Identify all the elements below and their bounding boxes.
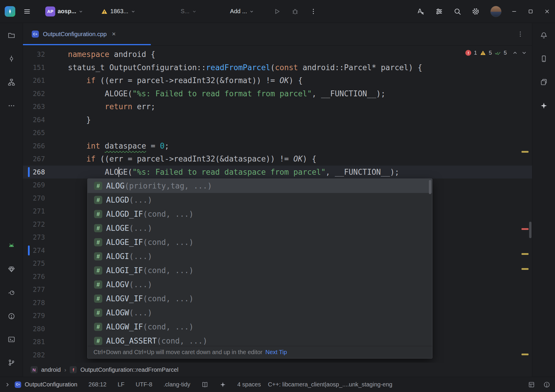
branch-widget[interactable]: 1863... <box>98 6 138 17</box>
inspections-widget[interactable]: ! 1 5 5 <box>465 50 527 56</box>
previous-problem-button[interactable] <box>512 50 518 56</box>
code-line[interactable]: 267 if ((err = parcel->readInt32(&datasp… <box>23 152 532 166</box>
code-line[interactable]: 268 ALOGE("%s: Failed to read dataspace … <box>23 166 532 179</box>
line-number[interactable]: 261 <box>23 74 45 87</box>
ai-assist-button[interactable] <box>220 381 226 388</box>
tune-filter-button[interactable] <box>433 5 446 18</box>
line-number[interactable]: 275 <box>23 257 45 270</box>
line-number[interactable]: 281 <box>23 335 45 349</box>
main-menu-button[interactable] <box>21 5 34 18</box>
line-number[interactable]: 265 <box>23 126 45 139</box>
code-line[interactable]: 266 int dataspace = 0; <box>23 139 532 153</box>
settings-button[interactable] <box>469 5 482 18</box>
editor-scrollbar-thumb[interactable] <box>529 222 531 238</box>
line-number[interactable]: 272 <box>23 218 45 231</box>
device-explorer-button[interactable] <box>538 76 550 88</box>
error-stripe-mark[interactable] <box>521 253 529 255</box>
completion-item[interactable]: #ALOGV_IF(cond, ...) <box>88 292 432 306</box>
notifications-button[interactable] <box>538 29 550 41</box>
line-number[interactable]: 32 <box>23 48 45 61</box>
run-button[interactable] <box>270 5 283 18</box>
error-stripe-mark[interactable] <box>521 354 529 355</box>
logcat-tool-button[interactable] <box>6 240 17 252</box>
line-number[interactable]: 151 <box>23 61 45 74</box>
more-actions-button[interactable] <box>307 5 320 18</box>
error-stripe-mark[interactable] <box>521 228 529 230</box>
tab-options-button[interactable] <box>517 31 524 38</box>
popup-scrollbar-thumb[interactable] <box>429 180 431 194</box>
line-number[interactable]: 274 <box>23 244 45 257</box>
project-widget[interactable]: AP aosp... <box>43 5 86 18</box>
version-control-tool-button[interactable] <box>6 357 17 369</box>
completion-item[interactable]: #ALOGD_IF(cond, ...) <box>88 207 432 221</box>
code-line[interactable]: 262 ALOGE("%s: Failed to read format fro… <box>23 87 532 100</box>
line-number[interactable]: 262 <box>23 87 45 100</box>
code-line[interactable]: 261 if ((err = parcel->readInt32(&format… <box>23 74 532 87</box>
line-number[interactable]: 279 <box>23 309 45 322</box>
completion-item[interactable]: #ALOGE_IF(cond, ...) <box>88 235 432 249</box>
code-line[interactable]: 151status_t OutputConfiguration::readFro… <box>23 61 532 74</box>
completion-item[interactable]: #ALOG(priority,tag, ...) <box>88 179 432 193</box>
line-number[interactable]: 271 <box>23 205 45 218</box>
encoding-widget[interactable]: UTF-8 <box>136 381 153 388</box>
line-number[interactable]: 270 <box>23 192 45 205</box>
line-number[interactable]: 268 <box>23 166 45 179</box>
breadcrumb-item[interactable]: android <box>41 366 61 373</box>
commit-tool-button[interactable] <box>6 53 17 65</box>
statusbar-file-name[interactable]: OutputConfiguration <box>25 381 77 388</box>
completion-item[interactable]: #ALOGV(...) <box>88 277 432 292</box>
line-number[interactable]: 280 <box>23 322 45 336</box>
minimize-button[interactable] <box>511 8 517 15</box>
line-number[interactable]: 276 <box>23 270 45 283</box>
toolchain-widget[interactable]: C++: libcamera_client|aosp_....unk_stagi… <box>268 381 392 388</box>
problems-tool-button[interactable] <box>6 310 17 322</box>
code-line[interactable]: 263 return err; <box>23 100 532 113</box>
notifications-indicator-button[interactable] <box>543 381 550 388</box>
completion-item[interactable]: #ALOGI_IF(cond, ...) <box>88 263 432 277</box>
tool-window-toggle[interactable] <box>5 382 10 387</box>
line-number[interactable]: 278 <box>23 296 45 309</box>
search-everywhere-button[interactable] <box>451 5 464 18</box>
maximize-button[interactable] <box>527 8 534 15</box>
line-number[interactable]: 264 <box>23 113 45 127</box>
completion-item[interactable]: #ALOGW(...) <box>88 306 432 320</box>
code-line[interactable]: 265 <box>23 126 532 139</box>
code-line[interactable]: 264 } <box>23 113 532 127</box>
more-tool-windows-button[interactable] <box>6 100 17 112</box>
line-number[interactable]: 266 <box>23 139 45 153</box>
completion-item[interactable]: #ALOG_ASSERT(cond, ...) <box>88 334 432 346</box>
tab-close-icon[interactable]: × <box>112 31 116 37</box>
run-configuration-selector[interactable]: Add ... <box>228 6 257 16</box>
caret-position-widget[interactable]: 268:12 <box>88 381 106 388</box>
completion-item[interactable]: #ALOGW_IF(cond, ...) <box>88 320 432 334</box>
user-avatar[interactable] <box>490 6 501 17</box>
device-manager-tool-button[interactable] <box>6 263 17 275</box>
device-selector[interactable]: S... <box>178 6 199 16</box>
error-stripe-mark[interactable] <box>521 151 529 153</box>
letter-a-cursor-button[interactable] <box>414 5 427 18</box>
debug-button[interactable] <box>289 5 302 18</box>
completion-item[interactable]: #ALOGD(...) <box>88 193 432 207</box>
line-number[interactable]: 269 <box>23 179 45 192</box>
code-editor[interactable]: 32namespace android {151status_t OutputC… <box>23 46 532 363</box>
indent-widget[interactable]: 4 spaces <box>237 381 261 388</box>
line-number[interactable]: 273 <box>23 231 45 244</box>
breadcrumb-item[interactable]: OutputConfiguration::readFromParcel <box>80 366 178 373</box>
close-window-button[interactable] <box>544 8 550 15</box>
gradle-tool-button[interactable] <box>6 287 17 299</box>
linter-widget[interactable]: .clang-tidy <box>163 381 190 388</box>
tab-outputconfiguration-cpp[interactable]: C+ OutputConfiguration.cpp × <box>23 23 151 45</box>
gemini-button[interactable] <box>538 100 550 112</box>
code-line[interactable]: 32namespace android { <box>23 48 532 61</box>
line-number[interactable]: 282 <box>23 349 45 362</box>
window-layout-button[interactable] <box>528 381 535 388</box>
next-tip-link[interactable]: Next Tip <box>265 349 287 356</box>
line-number[interactable]: 277 <box>23 283 45 296</box>
line-number[interactable]: 267 <box>23 152 45 166</box>
next-problem-button[interactable] <box>521 50 527 56</box>
line-separator-widget[interactable]: LF <box>118 381 124 388</box>
project-tool-button[interactable] <box>6 29 17 41</box>
completion-item[interactable]: #ALOGE(...) <box>88 221 432 235</box>
reader-mode-button[interactable] <box>201 381 208 388</box>
structure-tool-button[interactable] <box>6 76 17 88</box>
